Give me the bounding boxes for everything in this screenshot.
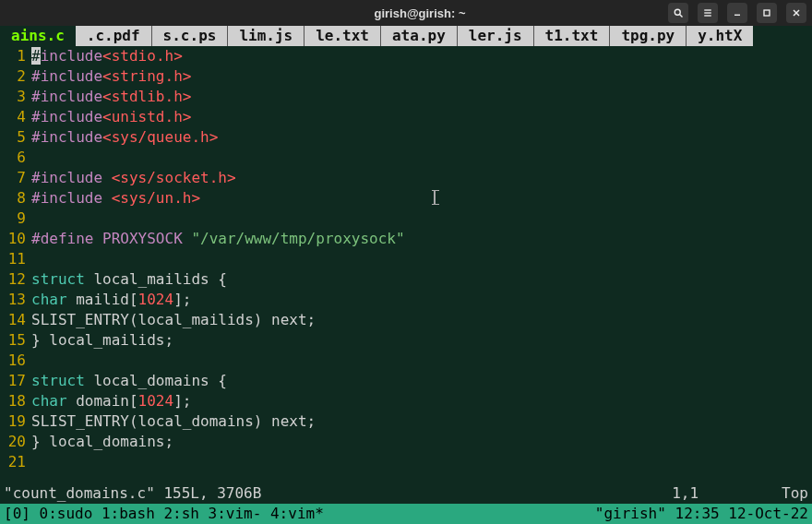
token: #include: [31, 128, 102, 146]
code-content: #include<stdlib.h>: [31, 87, 812, 107]
code-content: [31, 249, 812, 269]
tab-inactive[interactable]: tpg.py: [610, 26, 687, 46]
search-button[interactable]: [668, 3, 688, 23]
line-number: 3: [0, 87, 31, 107]
tab-inactive[interactable]: .c.pdf: [76, 26, 152, 46]
token: #: [31, 47, 41, 65]
token: mailid[: [67, 291, 138, 308]
svg-point-0: [675, 9, 680, 15]
token: domain[: [67, 392, 138, 410]
code-line: 6: [0, 148, 812, 168]
tab-inactive[interactable]: ata.py: [381, 26, 458, 46]
code-content: #include <sys/socket.h>: [31, 168, 812, 188]
window-controls: [668, 3, 806, 23]
line-number: 17: [0, 371, 31, 391]
token: struct: [31, 270, 85, 288]
line-number: 2: [0, 66, 31, 87]
code-line: 11: [0, 249, 812, 269]
code-line: 7#include <sys/socket.h>: [0, 168, 812, 188]
tab-inactive[interactable]: y.htX: [687, 26, 753, 46]
code-content: [31, 351, 812, 371]
menu-button[interactable]: [698, 3, 718, 23]
code-content: } local_domains;: [31, 432, 812, 452]
line-number: 20: [0, 432, 31, 452]
token: ];: [173, 291, 191, 308]
line-number: 4: [0, 107, 31, 127]
line-number: 11: [0, 249, 31, 269]
code-line: 1#include<stdio.h>: [0, 46, 812, 66]
code-content: [31, 452, 812, 472]
code-line: 21: [0, 452, 812, 472]
token: char: [31, 291, 67, 308]
code-line: 4#include<unistd.h>: [0, 107, 812, 127]
token: #include: [31, 108, 102, 125]
code-content: struct local_mailids {: [31, 269, 812, 290]
maximize-button[interactable]: [757, 3, 777, 23]
code-content: SLIST_ENTRY(local_mailids) next;: [31, 310, 812, 330]
token: SLIST_ENTRY(local_domains) next;: [31, 412, 316, 430]
code-line: 17struct local_domains {: [0, 371, 812, 391]
code-line: 9: [0, 208, 812, 229]
code-content: struct local_domains {: [31, 371, 812, 391]
line-number: 12: [0, 269, 31, 290]
tmux-clock: "girish" 12:35 12-Oct-22: [595, 504, 808, 524]
minimize-button[interactable]: [727, 3, 747, 23]
code-content: #include<unistd.h>: [31, 107, 812, 127]
token: <sys/socket.h>: [112, 169, 236, 186]
token: 1024: [138, 291, 174, 308]
code-content: #include<stdio.h>: [31, 46, 812, 66]
code-line: 20} local_domains;: [0, 432, 812, 452]
terminal-viewport[interactable]: ains.c .c.pdfs.c.pslim.jsle.txtata.pyler…: [0, 26, 812, 524]
code-line: 12struct local_mailids {: [0, 269, 812, 290]
line-number: 18: [0, 391, 31, 411]
line-number: 19: [0, 411, 31, 432]
cursor-position: 1,1: [672, 483, 699, 504]
token: ];: [173, 392, 191, 410]
line-number: 13: [0, 290, 31, 310]
token: struct: [31, 372, 85, 389]
code-line: 2#include<string.h>: [0, 66, 812, 87]
code-line: 14SLIST_ENTRY(local_mailids) next;: [0, 310, 812, 330]
code-content: #define PROXYSOCK "/var/www/tmp/proxysoc…: [31, 229, 812, 249]
terminal-window: girish@girish: ~ ains.c .c.pdfs.c.pslim.…: [0, 0, 812, 524]
token: <stdlib.h>: [102, 88, 191, 105]
line-number: 9: [0, 208, 31, 229]
token: local_mailids {: [85, 270, 227, 288]
code-line: 5#include<sys/queue.h>: [0, 127, 812, 148]
code-line: 18char domain[1024];: [0, 391, 812, 411]
titlebar: girish@girish: ~: [0, 0, 812, 26]
token: <stdio.h>: [102, 47, 183, 65]
token: <string.h>: [102, 67, 191, 85]
tab-inactive[interactable]: s.c.ps: [152, 26, 229, 46]
token: <sys/un.h>: [112, 189, 200, 207]
line-number: 1: [0, 46, 31, 66]
tmux-status-line: [0] 0:sudo 1:bash 2:sh 3:vim- 4:vim* "gi…: [0, 504, 812, 524]
code-line: 13char mailid[1024];: [0, 290, 812, 310]
token: "/var/www/tmp/proxysock": [191, 230, 404, 247]
token: #define PROXYSOCK: [31, 230, 191, 247]
tab-inactive[interactable]: le.txt: [304, 26, 381, 46]
code-line: 8#include <sys/un.h>: [0, 188, 812, 208]
code-line: 10#define PROXYSOCK "/var/www/tmp/proxys…: [0, 229, 812, 249]
tab-inactive[interactable]: t1.txt: [534, 26, 611, 46]
token: <unistd.h>: [102, 108, 191, 125]
line-number: 15: [0, 330, 31, 351]
line-number: 16: [0, 351, 31, 371]
text-cursor-icon: [434, 190, 436, 205]
tab-active[interactable]: ains.c: [0, 26, 76, 46]
line-number: 7: [0, 168, 31, 188]
token: char: [31, 392, 67, 410]
close-button[interactable]: [786, 3, 806, 23]
window-title: girish@girish: ~: [172, 6, 668, 20]
code-area[interactable]: 1#include<stdio.h>2#include<string.h>3#i…: [0, 46, 812, 472]
code-content: [31, 208, 812, 229]
line-number: 5: [0, 127, 31, 148]
line-number: 21: [0, 452, 31, 472]
tab-inactive[interactable]: lim.js: [228, 26, 304, 46]
code-content: #include <sys/un.h>: [31, 188, 812, 208]
token: SLIST_ENTRY(local_mailids) next;: [31, 311, 316, 328]
tab-inactive[interactable]: ler.js: [458, 26, 534, 46]
code-content: } local_mailids;: [31, 330, 812, 351]
token: #include: [31, 189, 112, 207]
token: #include: [31, 88, 102, 105]
